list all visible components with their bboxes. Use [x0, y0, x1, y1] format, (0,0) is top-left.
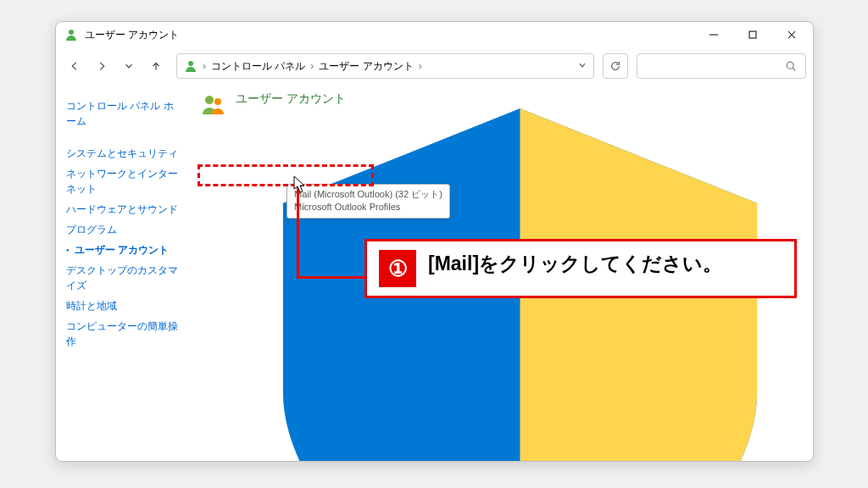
svg-point-9: [214, 98, 221, 105]
tooltip: Mail (Microsoft Outlook) (32 ビット) Micros…: [287, 184, 450, 219]
chevron-right-icon: ›: [203, 60, 206, 72]
svg-point-5: [188, 61, 193, 66]
breadcrumb-root[interactable]: コントロール パネル: [211, 59, 305, 74]
svg-point-6: [787, 62, 793, 69]
toolbar: › コントロール パネル › ユーザー アカウント ›: [56, 47, 813, 85]
sidebar-item-appearance[interactable]: デスクトップのカスタマイズ: [66, 263, 181, 293]
breadcrumb-current[interactable]: ユーザー アカウント: [319, 59, 413, 74]
search-icon: [785, 60, 797, 72]
up-button[interactable]: [144, 54, 168, 78]
sidebar-item-ease[interactable]: コンピューターの簡単操作: [66, 319, 181, 349]
svg-point-8: [205, 96, 214, 104]
users-icon: [200, 92, 227, 119]
tooltip-line1: Mail (Microsoft Outlook) (32 ビット): [294, 188, 442, 201]
sidebar-item-system[interactable]: システムとセキュリティ: [66, 146, 181, 161]
address-bar[interactable]: › コントロール パネル › ユーザー アカウント ›: [176, 53, 594, 79]
sidebar-item-clock[interactable]: 時計と地域: [66, 298, 181, 313]
tooltip-line2: Microsoft Outlook Profiles: [294, 201, 442, 214]
annotation-connector-v: [297, 186, 299, 279]
user-accounts-title[interactable]: ユーザー アカウント: [236, 92, 804, 107]
sidebar-item-network[interactable]: ネットワークとインターネット: [66, 166, 181, 197]
refresh-button[interactable]: [603, 53, 628, 79]
svg-line-7: [793, 68, 795, 70]
window-title: ユーザー アカウント: [85, 28, 694, 42]
annotation-connector-h: [297, 276, 364, 279]
user-icon: [64, 28, 78, 42]
chevron-right-icon: ›: [310, 60, 314, 72]
annotation-badge: ①: [379, 250, 416, 287]
svg-point-0: [69, 30, 74, 35]
maximize-button[interactable]: [733, 22, 772, 47]
sidebar-item-hardware[interactable]: ハードウェアとサウンド: [66, 202, 181, 217]
sidebar: コントロール パネル ホーム システムとセキュリティ ネットワークとインターネッ…: [56, 85, 192, 461]
annotation-callout: ① [Mail]をクリックしてください。: [364, 239, 797, 298]
close-button[interactable]: [772, 22, 811, 47]
minimize-button[interactable]: [694, 22, 733, 47]
recent-button[interactable]: [117, 54, 141, 78]
titlebar: ユーザー アカウント: [56, 22, 813, 47]
search-input[interactable]: [637, 53, 806, 79]
cursor-icon: [293, 175, 307, 194]
annotation-text: [Mail]をクリックしてください。: [428, 250, 722, 277]
svg-rect-2: [749, 31, 756, 38]
sidebar-home[interactable]: コントロール パネル ホーム: [66, 98, 181, 129]
sidebar-item-programs[interactable]: プログラム: [66, 222, 181, 237]
sidebar-item-user-accounts[interactable]: ユーザー アカウント: [66, 242, 181, 258]
forward-button[interactable]: [90, 54, 114, 78]
user-icon: [184, 59, 198, 73]
chevron-right-icon: ›: [419, 60, 422, 72]
back-button[interactable]: [63, 54, 86, 78]
window-buttons: [694, 22, 811, 47]
chevron-down-icon[interactable]: [578, 60, 587, 72]
